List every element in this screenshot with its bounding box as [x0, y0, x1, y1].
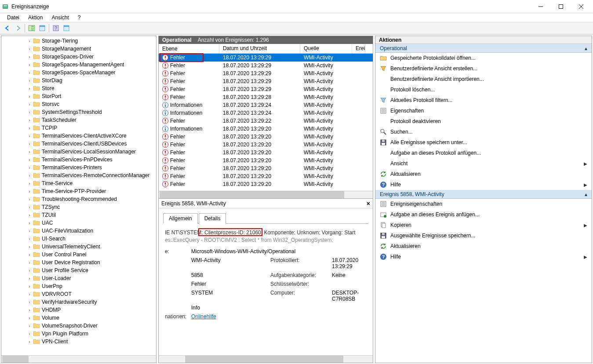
tree-item[interactable]: ›Storsvc: [1, 100, 156, 108]
toolbar-help-icon[interactable]: ?: [51, 23, 61, 33]
col-date[interactable]: Datum und Uhrzeit: [219, 44, 300, 53]
tree-item[interactable]: ›TerminalServices-LocalSessionManager: [1, 148, 156, 156]
tab-general[interactable]: Allgemein: [163, 213, 198, 224]
action-item[interactable]: Aktualisieren: [375, 169, 592, 179]
tree-horizontal-scrollbar[interactable]: [1, 355, 156, 363]
expander-icon[interactable]: ›: [26, 339, 33, 344]
close-button[interactable]: [571, 0, 591, 13]
tree-item[interactable]: ›TZUtil: [1, 211, 156, 219]
tree-item[interactable]: ›User Device Registration: [1, 258, 156, 266]
tree-item[interactable]: ›TerminalServices-RemoteConnectionManage…: [1, 171, 156, 179]
expander-icon[interactable]: ›: [26, 181, 33, 186]
table-row[interactable]: Fehler18.07.2020 13:29:29WMI-Activity: [159, 69, 373, 77]
tree-item[interactable]: ›TCPIP: [1, 124, 156, 132]
detail-horizontal-scrollbar[interactable]: [159, 355, 373, 363]
expander-icon[interactable]: ›: [26, 102, 33, 107]
table-row[interactable]: Fehler18.07.2020 13:29:20WMI-Activity: [159, 157, 373, 164]
tree-item[interactable]: ›VolumeSnapshot-Driver: [1, 322, 156, 330]
tree-item[interactable]: ›UI-Search: [1, 235, 156, 243]
expander-icon[interactable]: ›: [26, 260, 33, 265]
expander-icon[interactable]: ›: [26, 39, 33, 44]
menu-view[interactable]: Ansicht: [48, 14, 72, 22]
tree-item[interactable]: ›Troubleshooting-Recommended: [1, 195, 156, 203]
tree-item[interactable]: ›TZSync: [1, 203, 156, 211]
table-row[interactable]: Informationen18.07.2020 13:29:20WMI-Acti…: [159, 125, 373, 133]
expander-icon[interactable]: ›: [26, 110, 33, 115]
expander-icon[interactable]: ›: [26, 292, 33, 297]
tree-item[interactable]: ›StorDiag: [1, 76, 156, 84]
tree-item[interactable]: ›VHDMP: [1, 306, 156, 314]
table-row[interactable]: Fehler18.07.2020 13:29:20WMI-Activity: [159, 172, 373, 180]
expander-icon[interactable]: ›: [26, 252, 33, 257]
tree-item[interactable]: ›TerminalServices-PnPDevices: [1, 156, 156, 164]
tree-item[interactable]: ›UAC-FileVirtualization: [1, 227, 156, 235]
tree-item[interactable]: ›StorPort: [1, 92, 156, 100]
col-source[interactable]: Quelle: [300, 44, 352, 53]
table-row[interactable]: Informationen18.07.2020 13:29:24WMI-Acti…: [159, 109, 373, 117]
expander-icon[interactable]: ›: [26, 244, 33, 249]
menu-file[interactable]: Datei: [4, 14, 23, 22]
action-item[interactable]: Suchen...: [375, 127, 592, 137]
expander-icon[interactable]: ›: [26, 70, 33, 75]
action-item[interactable]: Gespeicherte Protokolldatei öffnen...: [375, 53, 592, 63]
action-item[interactable]: Aktualisieren: [375, 241, 592, 251]
expander-icon[interactable]: ›: [26, 276, 33, 281]
action-item[interactable]: Protokoll löschen...: [375, 84, 592, 95]
expander-icon[interactable]: ›: [26, 47, 33, 51]
action-item[interactable]: Aufgabe an dieses Ereignis anfügen...: [375, 209, 592, 220]
expander-icon[interactable]: ›: [26, 62, 33, 67]
expander-icon[interactable]: ›: [26, 165, 33, 170]
expander-icon[interactable]: ›: [26, 205, 33, 210]
tree-item[interactable]: ›StorageSpaces-Driver: [1, 53, 156, 61]
table-row[interactable]: Fehler18.07.2020 13:29:20WMI-Activity: [159, 141, 373, 149]
action-item[interactable]: ?Hilfe▶: [375, 251, 592, 262]
action-item[interactable]: Eigenschaften: [375, 106, 592, 116]
expander-icon[interactable]: ›: [26, 268, 33, 273]
expander-icon[interactable]: ›: [26, 300, 33, 305]
expander-icon[interactable]: ›: [26, 94, 33, 99]
expander-icon[interactable]: ›: [26, 213, 33, 218]
table-row[interactable]: Fehler18.07.2020 13:29:28WMI-Activity: [159, 93, 373, 101]
table-row[interactable]: Fehler18.07.2020 13:29:29WMI-Activity: [159, 77, 373, 85]
table-row[interactable]: Fehler18.07.2020 13:29:22WMI-Activity: [159, 117, 373, 125]
table-row[interactable]: Informationen18.07.2020 13:29:24WMI-Acti…: [159, 101, 373, 109]
menu-action[interactable]: Aktion: [25, 14, 46, 22]
tree-item[interactable]: ›User-Loader: [1, 274, 156, 282]
tree-item[interactable]: ›StorageSpaces-ManagementAgent: [1, 61, 156, 69]
tree-item[interactable]: ›User Control Panel: [1, 251, 156, 258]
action-item[interactable]: ?Hilfe▶: [375, 179, 592, 190]
expander-icon[interactable]: ›: [26, 134, 33, 138]
tree-item[interactable]: ›TerminalServices-ClientActiveXCore: [1, 132, 156, 140]
tree-list[interactable]: ›Storage-Tiering›StorageManagement›Stora…: [1, 36, 156, 355]
tab-details[interactable]: Details: [199, 213, 226, 224]
tree-item[interactable]: ›TerminalServices-ClientUSBDevices: [1, 140, 156, 148]
tree-item[interactable]: ›SystemSettingsThreshold: [1, 108, 156, 116]
expander-icon[interactable]: ›: [26, 331, 33, 336]
expander-icon[interactable]: ›: [26, 189, 33, 194]
table-row[interactable]: Fehler18.07.2020 13:29:29WMI-Activity: [159, 54, 373, 62]
table-body[interactable]: Fehler18.07.2020 13:29:29WMI-ActivityFeh…: [159, 54, 373, 191]
action-item[interactable]: Benutzerdefinierte Ansicht importieren..…: [375, 74, 592, 84]
table-row[interactable]: Fehler18.07.2020 13:29:20WMI-Activity: [159, 133, 373, 141]
action-item[interactable]: Ausgewählte Ereignisse speichern...: [375, 230, 592, 241]
tree-item[interactable]: ›User Profile Service: [1, 266, 156, 274]
table-row[interactable]: Fehler18.07.2020 13:29:20WMI-Activity: [159, 180, 373, 188]
expander-icon[interactable]: ›: [26, 324, 33, 328]
expander-icon[interactable]: ›: [26, 229, 33, 233]
minimize-button[interactable]: [531, 0, 551, 13]
tree-item[interactable]: ›Vpn Plugin Platform: [1, 330, 156, 338]
toolbar-refresh-icon[interactable]: [62, 23, 71, 33]
table-row[interactable]: Fehler18.07.2020 13:29:20WMI-Activity: [159, 149, 373, 157]
expander-icon[interactable]: ›: [26, 237, 33, 241]
expander-icon[interactable]: ›: [26, 284, 33, 289]
tree-item[interactable]: ›VPN-Client: [1, 338, 156, 346]
expander-icon[interactable]: ›: [26, 221, 33, 226]
expander-icon[interactable]: ›: [26, 149, 33, 154]
tree-item[interactable]: ›StorageManagement: [1, 45, 156, 53]
toolbar-properties-icon[interactable]: [37, 23, 47, 33]
tree-item[interactable]: ›UniversalTelemetryClient: [1, 243, 156, 251]
action-item[interactable]: Ereigniseigenschaften: [375, 199, 592, 209]
col-level[interactable]: Ebene: [159, 44, 219, 53]
expander-icon[interactable]: ›: [26, 157, 33, 162]
tree-item[interactable]: ›Store: [1, 84, 156, 92]
